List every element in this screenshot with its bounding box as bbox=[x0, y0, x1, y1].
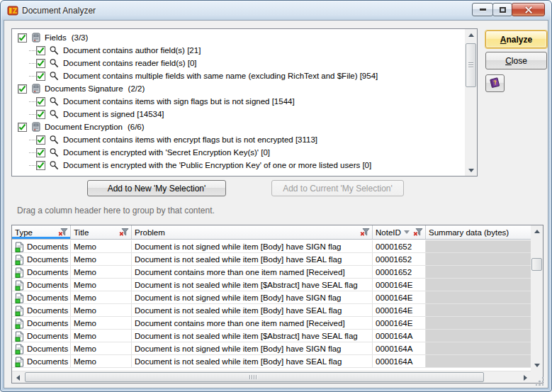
resize-grip[interactable] bbox=[535, 376, 544, 386]
type-cell: Documents bbox=[27, 268, 68, 276]
tree-item[interactable]: Document Encryption (6/6) bbox=[12, 121, 464, 133]
tree-item[interactable]: Document is encrypted with the 'Public E… bbox=[12, 159, 464, 172]
scroll-down-button[interactable] bbox=[465, 164, 477, 176]
filter-icon[interactable] bbox=[360, 228, 370, 237]
minimize-button[interactable] bbox=[472, 3, 493, 16]
scroll-up-button[interactable] bbox=[531, 225, 543, 237]
title-cell: Memo bbox=[71, 330, 132, 342]
grid-vertical-scrollbar[interactable] bbox=[531, 225, 543, 371]
noteid-cell: 00001652 bbox=[373, 240, 426, 252]
column-header-title[interactable]: Title bbox=[71, 225, 132, 239]
tree-item-label: Document is signed [14534] bbox=[63, 110, 164, 118]
checkbox-checked[interactable] bbox=[36, 161, 45, 170]
table-row[interactable]: Documents Memo Document is not signed wh… bbox=[12, 240, 531, 253]
type-cell: Documents bbox=[27, 306, 68, 315]
maximize-button[interactable] bbox=[492, 3, 512, 16]
tree-item[interactable]: Document is signed [14534] bbox=[12, 108, 464, 121]
grid-horizontal-scrollbar[interactable] bbox=[12, 371, 531, 383]
summary-cell bbox=[426, 253, 531, 265]
app-icon bbox=[7, 5, 18, 16]
table-row[interactable]: Documents Memo Document is not sealed wh… bbox=[12, 279, 531, 291]
scroll-right-button[interactable] bbox=[519, 371, 531, 383]
add-to-new-selection-button[interactable]: Add to New 'My Selection' bbox=[87, 180, 226, 196]
checkbox-checked[interactable] bbox=[36, 46, 45, 55]
tree-scroll-thumb[interactable] bbox=[466, 43, 476, 87]
tree-item[interactable]: Document is encrypted with 'Secret Encry… bbox=[12, 146, 464, 159]
document-icon bbox=[15, 357, 24, 366]
tree-item-label: Documents Signature bbox=[45, 84, 123, 93]
scroll-left-button[interactable] bbox=[12, 371, 23, 383]
filter-icon[interactable] bbox=[413, 228, 423, 237]
close-button[interactable]: Close bbox=[485, 52, 547, 69]
tree-item-label: Document is encrypted with 'Secret Encry… bbox=[63, 148, 270, 157]
column-header-summary[interactable]: Summary data (bytes) bbox=[426, 225, 531, 239]
filter-icon[interactable] bbox=[58, 228, 68, 237]
analysis-tree: Fields (3/3) Document contains author fi… bbox=[12, 31, 464, 172]
checkbox-checked[interactable] bbox=[36, 72, 45, 81]
document-icon bbox=[15, 254, 24, 264]
help-button[interactable]: ? bbox=[485, 74, 505, 92]
grid-hscroll-thumb[interactable] bbox=[25, 372, 484, 382]
tree-item[interactable]: Fields (3/3) bbox=[12, 31, 464, 44]
checkbox-checked[interactable] bbox=[18, 84, 27, 94]
document-analyzer-window: Document Analyzer Fields (3/3) Document … bbox=[0, 0, 552, 392]
tree-item[interactable]: Documents Signature (2/2) bbox=[12, 82, 464, 95]
grid-vscroll-thumb[interactable] bbox=[531, 258, 542, 271]
left-arrow-icon bbox=[16, 375, 20, 381]
table-row[interactable]: Documents Memo Document is not sealed wh… bbox=[12, 253, 531, 266]
table-row[interactable]: Documents Memo Document is not sealed wh… bbox=[12, 304, 531, 317]
magnifier-icon bbox=[48, 70, 60, 82]
table-row[interactable]: Documents Memo Document is not signed wh… bbox=[12, 342, 531, 355]
tree-item[interactable]: Document contains items with encrypt fla… bbox=[12, 133, 464, 146]
tree-connector-line bbox=[29, 114, 35, 115]
noteid-cell: 00001652 bbox=[373, 266, 426, 278]
table-row[interactable]: Documents Memo Document is not sealed wh… bbox=[12, 355, 531, 368]
checkbox-checked[interactable] bbox=[36, 59, 45, 68]
checkbox-checked[interactable] bbox=[36, 148, 45, 157]
checkbox-checked[interactable] bbox=[36, 97, 45, 106]
grid-body: Documents Memo Document is not signed wh… bbox=[12, 240, 531, 371]
tree-item-label: Document contains reader field(s) [0] bbox=[63, 59, 197, 67]
thumb-grip bbox=[249, 375, 258, 379]
scroll-down-button[interactable] bbox=[531, 359, 543, 371]
magnifier-icon bbox=[48, 96, 60, 107]
table-row[interactable]: Documents Memo Document contains more th… bbox=[12, 266, 531, 279]
noteid-cell: 00001652 bbox=[373, 253, 426, 265]
table-row[interactable]: Documents Memo Document is not signed wh… bbox=[12, 291, 531, 304]
summary-cell bbox=[426, 330, 531, 342]
analyze-button[interactable]: Analyze bbox=[485, 30, 547, 48]
noteid-cell: 0000164A bbox=[373, 342, 426, 354]
sort-descending-icon bbox=[404, 230, 410, 234]
checkbox-checked[interactable] bbox=[18, 123, 27, 132]
title-cell: Memo bbox=[71, 317, 132, 329]
tree-item[interactable]: Document contains author field(s) [21] bbox=[12, 44, 464, 57]
filter-icon[interactable] bbox=[119, 228, 129, 237]
checkbox-checked[interactable] bbox=[18, 33, 27, 43]
title-cell: Memo bbox=[71, 266, 132, 278]
type-cell: Documents bbox=[27, 242, 68, 251]
title-bar[interactable]: Document Analyzer bbox=[1, 1, 551, 20]
checkbox-checked[interactable] bbox=[36, 110, 45, 119]
tree-item[interactable]: Document contains multiple fields with s… bbox=[12, 69, 464, 82]
tree-item-count: (2/2) bbox=[128, 84, 145, 93]
summary-cell bbox=[426, 304, 531, 316]
noteid-cell: 0000164E bbox=[373, 304, 426, 316]
document-icon bbox=[15, 280, 24, 290]
close-window-button[interactable] bbox=[512, 3, 545, 16]
column-header-noteid[interactable]: NoteID bbox=[373, 225, 426, 239]
column-header-problem[interactable]: Problem bbox=[132, 225, 373, 239]
tree-vertical-scrollbar[interactable] bbox=[465, 29, 477, 176]
magnifier-icon bbox=[48, 108, 60, 120]
checkbox-checked[interactable] bbox=[36, 135, 45, 145]
tree-item-label: Document Encryption bbox=[45, 123, 123, 131]
scroll-up-button[interactable] bbox=[465, 29, 477, 40]
table-row[interactable]: Documents Memo Document is not sealed wh… bbox=[12, 330, 531, 342]
tree-item[interactable]: Document contains reader field(s) [0] bbox=[12, 57, 464, 69]
tree-item-count: (6/6) bbox=[128, 123, 145, 131]
tree-item-label: Document contains items with encrypt fla… bbox=[63, 135, 317, 144]
table-row[interactable]: Documents Memo Document contains more th… bbox=[12, 317, 531, 330]
summary-cell bbox=[426, 240, 531, 252]
column-header-type[interactable]: Type bbox=[12, 225, 71, 239]
category-icon bbox=[30, 121, 42, 133]
tree-item[interactable]: Document contains items with sign flags … bbox=[12, 95, 464, 108]
